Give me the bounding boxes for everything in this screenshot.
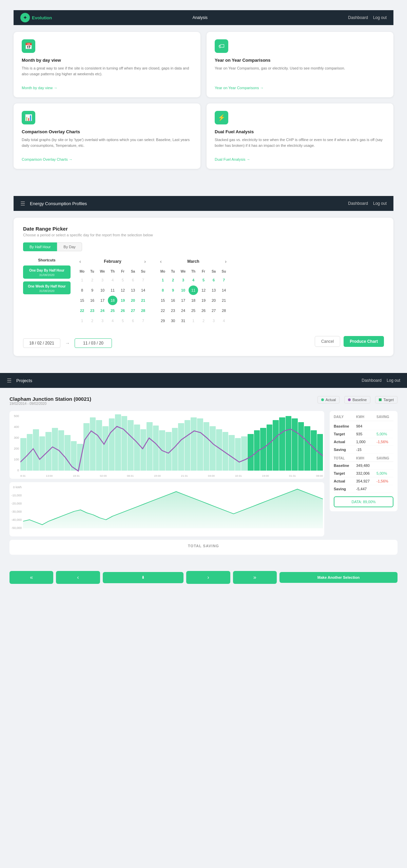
feb-day[interactable]: 19 [118, 296, 128, 305]
feb-next[interactable]: › [142, 258, 148, 265]
mar-day[interactable]: 7 [219, 275, 229, 285]
nav-dashboard-1[interactable]: Dashboard [348, 15, 368, 20]
nav-link-analysis[interactable]: Analysis [192, 15, 208, 20]
mar-day[interactable]: 26 [199, 306, 208, 315]
mar-day[interactable]: 19 [199, 296, 208, 305]
project-dates: 19/02/2014 - 09/02/2020 [9, 402, 91, 406]
mar-day[interactable]: 23 [168, 306, 178, 315]
nav-logout-2[interactable]: Log out [373, 201, 387, 206]
mar-day[interactable]: 21 [219, 296, 229, 305]
mar-day[interactable]: 3 [178, 275, 188, 285]
hamburger-icon-3[interactable]: ☰ [7, 377, 12, 384]
mar-day[interactable]: 25 [189, 306, 198, 315]
mar-day[interactable]: 31 [178, 316, 188, 326]
mar-day[interactable]: 10 [178, 285, 188, 295]
feb-day[interactable]: 8 [77, 285, 87, 295]
feb-day[interactable]: 28 [138, 306, 148, 315]
bars-container [20, 414, 323, 471]
mar-day[interactable]: 18 [189, 296, 198, 305]
hamburger-icon-2[interactable]: ☰ [20, 200, 25, 207]
mar-day[interactable]: 2 [168, 275, 178, 285]
feb-day[interactable]: 9 [88, 285, 97, 295]
feb-day-18[interactable]: 18 [108, 296, 117, 305]
btn-next[interactable]: › [186, 571, 230, 584]
mar-day-11[interactable]: 11 [189, 285, 198, 295]
mar-day[interactable]: 29 [158, 316, 168, 326]
mar-day[interactable]: 12 [199, 285, 208, 295]
mar-day[interactable]: 8 [158, 285, 168, 295]
bottom-bar: « ‹ ⬇ › » Make Another Selection [0, 566, 407, 589]
mar-day[interactable]: 17 [178, 296, 188, 305]
mar-next[interactable]: › [223, 258, 229, 265]
mar-day[interactable]: 22 [158, 306, 168, 315]
baseline-dot [348, 398, 351, 401]
nav-left-3: ☰ Projects [7, 377, 32, 384]
btn-last[interactable]: » [233, 571, 277, 584]
date-to-box[interactable]: 11 / 03 / 20 [75, 338, 112, 348]
feb-day[interactable]: 25 [108, 306, 117, 315]
tab-by-day[interactable]: By Day [57, 242, 82, 251]
mar-day[interactable]: 28 [219, 306, 229, 315]
mar-day[interactable]: 6 [209, 275, 218, 285]
mar-day[interactable]: 1 [158, 275, 168, 285]
target-dot [379, 398, 382, 401]
shortcut-btn-week[interactable]: One Week By Half Hour 31/08/2020 [23, 281, 71, 295]
btn-download[interactable]: ⬇ [103, 572, 184, 583]
feb-day[interactable]: 23 [88, 306, 97, 315]
feb-day[interactable]: 20 [128, 296, 138, 305]
card-link-1[interactable]: Month by day view → [22, 86, 57, 90]
feb-day[interactable]: 22 [77, 306, 87, 315]
feb-grid: Mo Tu We Th Fr Sa Su 1 2 3 4 5 6 [77, 268, 148, 326]
feb-day[interactable]: 16 [88, 296, 97, 305]
btn-first[interactable]: « [9, 571, 53, 584]
produce-chart-button[interactable]: Produce Chart [344, 336, 384, 347]
mar-day[interactable]: 9 [168, 285, 178, 295]
feb-day[interactable]: 21 [138, 296, 148, 305]
mar-day[interactable]: 27 [209, 306, 218, 315]
nav-logout-1[interactable]: Log out [373, 15, 387, 20]
tab-half-hour[interactable]: By Half Hour [23, 242, 57, 251]
mar-day[interactable]: 15 [158, 296, 168, 305]
mar-prev[interactable]: ‹ [158, 258, 164, 265]
cancel-button[interactable]: Cancel [315, 336, 340, 347]
card-month-day: 📅 Month by day view This is a great way … [14, 32, 200, 97]
mar-day[interactable]: 16 [168, 296, 178, 305]
card-link-3[interactable]: Comparison Overlay Charts → [22, 157, 73, 161]
feb-day[interactable]: 12 [118, 285, 128, 295]
feb-day[interactable]: 24 [98, 306, 107, 315]
feb-day: 1 [77, 275, 87, 285]
card-link-2[interactable]: Year on Year Comparisons → [215, 86, 264, 90]
make-another-selection-button[interactable]: Make Another Selection [279, 572, 398, 583]
feb-day: 1 [77, 316, 87, 326]
feb-day[interactable]: 10 [98, 285, 107, 295]
mar-day[interactable]: 30 [168, 316, 178, 326]
card-link-4[interactable]: Dual Fuel Analysis → [215, 157, 250, 161]
feb-day[interactable]: 11 [108, 285, 117, 295]
nav-dashboard-3[interactable]: Dashboard [362, 378, 382, 383]
feb-day[interactable]: 13 [128, 285, 138, 295]
mar-day[interactable]: 4 [189, 275, 198, 285]
card-title-2: Year on Year Comparisons [215, 58, 385, 63]
mar-day[interactable]: 5 [199, 275, 208, 285]
legend-row: Actual Baseline Target [317, 396, 398, 403]
calendar-wrapper: Shortcuts One Day By Half Hour 31/08/202… [23, 258, 384, 326]
mar-day[interactable]: 14 [219, 285, 229, 295]
data-link[interactable]: DATA: 89,00% [334, 496, 393, 507]
feb-prev[interactable]: ‹ [77, 258, 83, 265]
btn-prev[interactable]: ‹ [56, 571, 100, 584]
feb-day[interactable]: 14 [138, 285, 148, 295]
feb-day[interactable]: 26 [118, 306, 128, 315]
project-title-block: Clapham Junction Station (00021) 19/02/2… [9, 396, 91, 406]
shortcut-btn-day[interactable]: One Day By Half Hour 31/08/2020 [23, 265, 71, 279]
feb-day[interactable]: 17 [98, 296, 107, 305]
feb-day[interactable]: 27 [128, 306, 138, 315]
nav-dashboard-2[interactable]: Dashboard [348, 201, 368, 206]
nav-logout-3[interactable]: Log out [387, 378, 400, 383]
dh-su: Su [138, 268, 148, 275]
mar-day[interactable]: 24 [178, 306, 188, 315]
mar-day[interactable]: 20 [209, 296, 218, 305]
feb-day[interactable]: 15 [77, 296, 87, 305]
dh-we: We [98, 268, 107, 275]
dh-tu: Tu [88, 268, 97, 275]
mar-day[interactable]: 13 [209, 285, 218, 295]
